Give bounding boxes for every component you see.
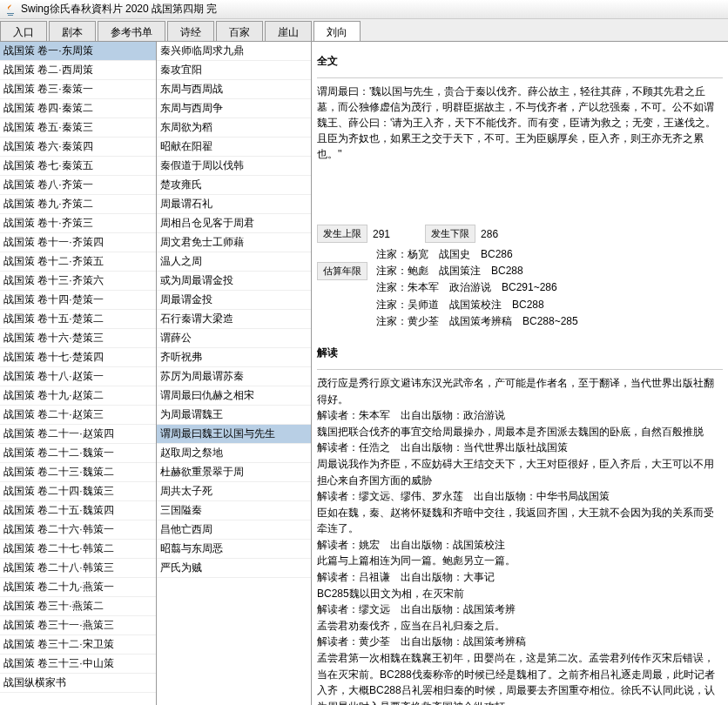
chapter-item[interactable]: 东周与西周战 — [157, 80, 311, 99]
volume-item[interactable]: 战国策 卷十九·赵策二 — [0, 386, 156, 406]
volume-item[interactable]: 战国策 卷四·秦策二 — [0, 99, 156, 118]
chapter-item[interactable]: 严氏为贼 — [157, 559, 311, 578]
volume-item[interactable]: 战国策 卷三十一·燕策三 — [0, 616, 156, 635]
tab-5[interactable]: 崖山 — [265, 21, 312, 41]
volume-item[interactable]: 战国策 卷二十九·燕策一 — [0, 578, 156, 597]
volume-item[interactable]: 战国策 卷十六·楚策三 — [0, 329, 156, 348]
tab-1[interactable]: 剧本 — [49, 21, 96, 41]
chapter-list: 秦兴师临周求九鼎秦攻宜阳东周与西周战东周与西周争东周欲为稻昭献在阳翟秦假道于周以… — [157, 42, 312, 705]
fulltext-body: 谓周最曰：'魏以国与先生，贵合于秦以伐齐。薛公故主，轻往其薛，不顾其先君之丘墓，… — [317, 84, 723, 162]
volume-item[interactable]: 战国策 卷十八·赵策一 — [0, 367, 156, 386]
chapter-item[interactable]: 东周欲为稻 — [157, 118, 311, 138]
date-row: 发生上限 291 发生下限 286 — [317, 223, 723, 245]
volume-item[interactable]: 战国策 卷三十·燕策二 — [0, 597, 156, 616]
volume-item[interactable]: 战国策 卷二十一·赵策四 — [0, 425, 156, 444]
volume-item[interactable]: 战国纵横家书 — [0, 674, 156, 693]
tab-6[interactable]: 刘向 — [313, 21, 361, 41]
volume-item[interactable]: 战国策 卷二十五·魏策四 — [0, 501, 156, 520]
chapter-item[interactable]: 周相吕仓见客于周君 — [157, 214, 311, 233]
volume-item[interactable]: 战国策 卷十四·楚策一 — [0, 291, 156, 310]
volume-item[interactable]: 战国策 卷十一·齐策四 — [0, 233, 156, 252]
lower-limit-value: 286 — [481, 228, 498, 240]
upper-limit-value: 291 — [373, 228, 390, 240]
volume-item[interactable]: 战国策 卷二十·赵策三 — [0, 406, 156, 425]
volume-item[interactable]: 战国策 卷三·秦策一 — [0, 80, 156, 99]
annotation-line: 注家：鲍彪 战国策注 BC288 — [376, 263, 578, 279]
chapter-item[interactable]: 秦攻宜阳 — [157, 61, 311, 80]
chapter-item[interactable]: 周共太子死 — [157, 482, 311, 501]
chapter-item[interactable]: 昭献在阳翟 — [157, 138, 311, 157]
chapter-item[interactable]: 为周最谓魏王 — [157, 406, 311, 425]
chapter-item[interactable]: 秦兴师临周求九鼎 — [157, 42, 311, 61]
chapter-item[interactable]: 温人之周 — [157, 252, 311, 272]
window-title: Swing徐氏春秋資料片 2020 战国第四期 完 — [21, 2, 217, 17]
chapter-item[interactable]: 三国隘秦 — [157, 501, 311, 520]
java-icon — [3, 3, 17, 17]
chapter-item[interactable]: 赵取周之祭地 — [157, 444, 311, 463]
fulltext-heading: 全文 — [317, 50, 723, 72]
tab-bar: 入口剧本参考书单诗经百家崖山刘向 — [0, 19, 728, 42]
chapter-item[interactable]: 杜赫欲重景翠于周 — [157, 463, 311, 482]
titlebar: Swing徐氏春秋資料片 2020 战国第四期 完 — [0, 0, 728, 19]
volume-item[interactable]: 战国策 卷七·秦策五 — [0, 157, 156, 176]
estimate-label: 估算年限 — [317, 262, 367, 280]
chapter-item[interactable]: 或为周最谓金投 — [157, 272, 311, 291]
volume-item[interactable]: 战国策 卷五·秦策三 — [0, 118, 156, 138]
volume-list: 战国策 卷一·东周策战国策 卷二·西周策战国策 卷三·秦策一战国策 卷四·秦策二… — [0, 42, 157, 705]
volume-item[interactable]: 战国策 卷八·齐策一 — [0, 176, 156, 195]
upper-limit-label: 发生上限 — [317, 225, 367, 243]
chapter-item[interactable]: 谓周最曰仇赫之相宋 — [157, 386, 311, 406]
content-panel: 全文 谓周最曰：'魏以国与先生，贵合于秦以伐齐。薛公故主，轻往其薛，不顾其先君之… — [312, 42, 728, 705]
volume-item[interactable]: 战国策 卷二十六·韩策一 — [0, 520, 156, 540]
interpret-body: 茂行应是秀行原文避讳东汉光武帝名，产可能是作者名，至于翻译，当代世界出版社翻得好… — [317, 375, 723, 705]
annotation-line: 注家：杨宽 战国史 BC286 — [376, 246, 578, 263]
chapter-item[interactable]: 昭翦与东周恶 — [157, 540, 311, 559]
volume-item[interactable]: 战国策 卷六·秦策四 — [0, 138, 156, 157]
volume-item[interactable]: 战国策 卷二·西周策 — [0, 61, 156, 80]
chapter-item[interactable]: 谓周最曰魏王以国与先生 — [157, 425, 311, 444]
volume-item[interactable]: 战国策 卷三十三·中山策 — [0, 655, 156, 674]
chapter-item[interactable]: 楚攻雍氏 — [157, 176, 311, 195]
volume-item[interactable]: 战国策 卷二十八·韩策三 — [0, 559, 156, 578]
volume-item[interactable]: 战国策 卷三十二·宋卫策 — [0, 635, 156, 655]
volume-item[interactable]: 战国策 卷十·齐策三 — [0, 214, 156, 233]
chapter-item[interactable]: 东周与西周争 — [157, 99, 311, 118]
volume-item[interactable]: 战国策 卷十二·齐策五 — [0, 252, 156, 272]
chapter-item[interactable]: 周最谓石礼 — [157, 195, 311, 214]
volume-item[interactable]: 战国策 卷十五·楚策二 — [0, 310, 156, 329]
chapter-item[interactable]: 周最谓金投 — [157, 291, 311, 310]
volume-item[interactable]: 战国策 卷二十七·韩策二 — [0, 540, 156, 559]
chapter-item[interactable]: 苏厉为周最谓苏秦 — [157, 367, 311, 386]
volume-item[interactable]: 战国策 卷一·东周策 — [0, 42, 156, 61]
main-panel: 战国策 卷一·东周策战国策 卷二·西周策战国策 卷三·秦策一战国策 卷四·秦策二… — [0, 42, 728, 705]
tab-2[interactable]: 参考书单 — [98, 21, 165, 41]
chapter-item[interactable]: 谓薛公 — [157, 329, 311, 348]
tab-0[interactable]: 入口 — [0, 21, 47, 41]
chapter-item[interactable]: 齐听祝弗 — [157, 348, 311, 367]
chapter-item[interactable]: 周文君免士工师藉 — [157, 233, 311, 252]
chapter-item[interactable]: 昌他亡西周 — [157, 520, 311, 540]
volume-item[interactable]: 战国策 卷十七·楚策四 — [0, 348, 156, 367]
lower-limit-label: 发生下限 — [425, 225, 475, 243]
annotation-line: 注家：吴师道 战国策校注 BC288 — [376, 297, 578, 313]
annotation-list: 注家：杨宽 战国史 BC286注家：鲍彪 战国策注 BC288注家：朱本军 政治… — [376, 246, 578, 330]
annotation-line: 注家：朱本军 政治游说 BC291~286 — [376, 279, 578, 296]
tab-3[interactable]: 诗经 — [167, 21, 214, 41]
chapter-item[interactable]: 石行秦谓大梁造 — [157, 310, 311, 329]
volume-item[interactable]: 战国策 卷二十四·魏策三 — [0, 482, 156, 501]
tab-4[interactable]: 百家 — [216, 21, 263, 41]
volume-item[interactable]: 战国策 卷二十二·魏策一 — [0, 444, 156, 463]
interpret-heading: 解读 — [317, 342, 723, 364]
annotation-line: 注家：黄少荃 战国策考辨稿 BC288~285 — [376, 313, 578, 330]
volume-item[interactable]: 战国策 卷十三·齐策六 — [0, 272, 156, 291]
volume-item[interactable]: 战国策 卷二十三·魏策二 — [0, 463, 156, 482]
chapter-item[interactable]: 秦假道于周以伐韩 — [157, 157, 311, 176]
volume-item[interactable]: 战国策 卷九·齐策二 — [0, 195, 156, 214]
